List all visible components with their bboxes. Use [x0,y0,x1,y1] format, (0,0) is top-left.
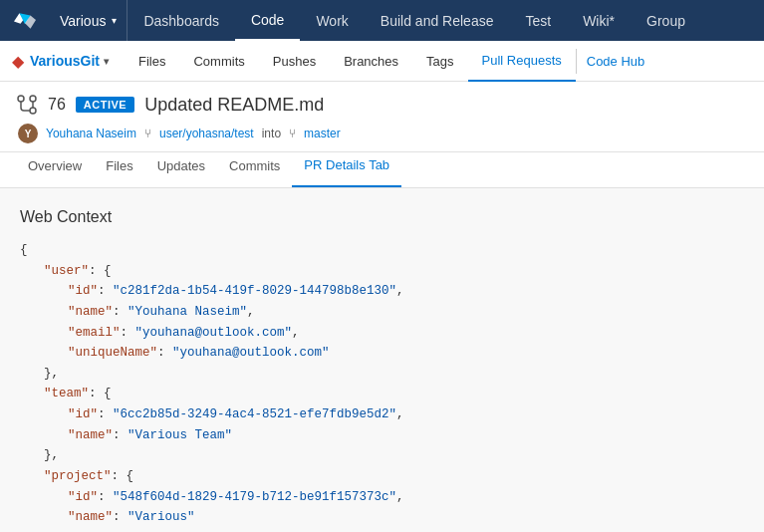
project-dropdown-chevron: ▾ [112,15,117,26]
json-user-uniquename: "uniqueName": "youhana@outlook.com" [20,343,744,364]
main-content: Web Context { "user": { "id": "c281f2da-… [0,188,764,532]
json-project-close: }, [20,528,744,532]
svg-point-0 [18,96,24,102]
pr-meta: Y Youhana Naseim ⑂ user/yohasna/test int… [18,124,748,143]
json-project-key: "project": { [20,466,744,487]
pr-number: 76 [48,96,66,114]
nav-item-code[interactable]: Code [235,0,300,41]
pr-author[interactable]: Youhana Naseim [46,127,136,140]
pr-tabs: Overview Files Updates Commits PR Detail… [0,152,764,188]
top-nav-items: Dashboards Code Work Build and Release T… [127,0,701,41]
project-selector[interactable]: Various ▾ [50,0,127,41]
pr-branch-icon: ⑂ [144,127,151,140]
pr-tab-details[interactable]: PR Details Tab [292,151,401,187]
json-team-id: "id": "6cc2b85d-3249-4ac4-8521-efe7fdb9e… [20,404,744,425]
json-user-key: "user": { [20,261,744,282]
pr-tab-commits[interactable]: Commits [217,151,292,187]
nav-item-wiki[interactable]: Wiki* [567,0,631,41]
top-navigation: Various ▾ Dashboards Code Work Build and… [0,0,764,41]
nav-item-group[interactable]: Group [631,0,701,41]
nav-item-build-release[interactable]: Build and Release [365,0,510,41]
json-project-id: "id": "548f604d-1829-4179-b712-be91f1573… [20,487,744,508]
pr-header: 76 ACTIVE Updated README.md Y Youhana Na… [0,82,764,152]
repo-name-text: VariousGit [30,53,100,69]
json-user-close: }, [20,364,744,385]
pr-status-badge: ACTIVE [76,97,134,113]
pr-from-branch[interactable]: user/yohasna/test [159,127,254,140]
json-user-id: "id": "c281f2da-1b54-419f-8029-144798b8e… [20,281,744,302]
section-title: Web Context [20,208,744,226]
repo-name[interactable]: VariousGit ▾ [30,53,109,69]
pr-tab-files[interactable]: Files [94,151,144,187]
svg-point-2 [30,96,36,102]
pr-tab-overview[interactable]: Overview [16,151,94,187]
repo-tab-files[interactable]: Files [125,41,179,82]
svg-point-1 [30,108,36,114]
json-open-brace: { [20,240,744,261]
json-team-key: "team": { [20,384,744,404]
repo-dropdown-chevron: ▾ [104,56,109,67]
json-display: { "user": { "id": "c281f2da-1b54-419f-80… [20,240,744,532]
repo-nav-items: Files Commits Pushes Branches Tags Pull … [125,41,654,82]
repo-tab-branches[interactable]: Branches [330,41,412,82]
nav-item-dashboards[interactable]: Dashboards [127,0,235,41]
pr-icon [16,94,38,116]
repo-tab-pushes[interactable]: Pushes [259,41,330,82]
pr-tab-updates[interactable]: Updates [145,151,217,187]
pr-to-branch[interactable]: master [304,127,341,140]
author-avatar: Y [18,124,38,143]
json-team-name: "name": "Various Team" [20,425,744,446]
nav-item-test[interactable]: Test [509,0,567,41]
json-project-name: "name": "Various" [20,507,744,528]
repo-tab-pull-requests[interactable]: Pull Requests [468,41,576,82]
repo-navigation: ◆ VariousGit ▾ Files Commits Pushes Bran… [0,41,764,82]
repo-tab-code-hub[interactable]: Code Hub [577,41,655,82]
pr-title-row: 76 ACTIVE Updated README.md [16,94,748,116]
json-user-email: "email": "youhana@outlook.com", [20,323,744,344]
project-name: Various [60,13,106,29]
pr-into-label: into [262,127,281,140]
json-team-close: }, [20,445,744,466]
app-logo[interactable] [0,0,50,41]
pr-target-branch-icon: ⑂ [289,127,296,140]
repo-logo-icon: ◆ [12,52,24,71]
pr-title: Updated README.md [144,95,324,116]
json-user-name: "name": "Youhana Naseim", [20,302,744,323]
nav-item-work[interactable]: Work [300,0,364,41]
repo-tab-commits[interactable]: Commits [179,41,258,82]
repo-tab-tags[interactable]: Tags [412,41,467,82]
